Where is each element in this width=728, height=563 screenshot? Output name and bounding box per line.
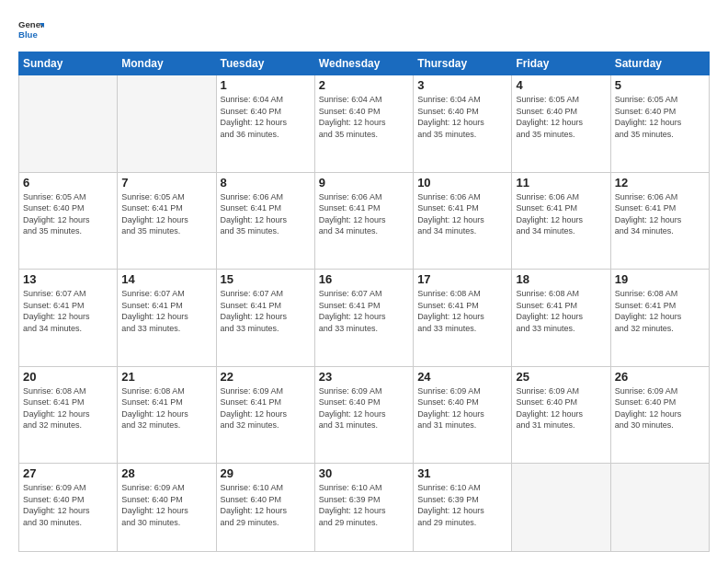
day-number: 20 bbox=[23, 370, 113, 384]
day-number: 12 bbox=[615, 176, 705, 190]
day-number: 2 bbox=[319, 78, 409, 92]
svg-text:Blue: Blue bbox=[18, 29, 38, 40]
calendar-header-row: SundayMondayTuesdayWednesdayThursdayFrid… bbox=[19, 52, 710, 75]
day-info: Sunrise: 6:07 AM Sunset: 6:41 PM Dayligh… bbox=[221, 288, 311, 334]
day-info: Sunrise: 6:06 AM Sunset: 6:41 PM Dayligh… bbox=[221, 191, 311, 237]
day-info: Sunrise: 6:06 AM Sunset: 6:41 PM Dayligh… bbox=[319, 191, 409, 237]
calendar-cell: 9Sunrise: 6:06 AM Sunset: 6:41 PM Daylig… bbox=[314, 172, 413, 270]
calendar-cell: 25Sunrise: 6:09 AM Sunset: 6:40 PM Dayli… bbox=[512, 366, 610, 464]
calendar-cell: 24Sunrise: 6:09 AM Sunset: 6:40 PM Dayli… bbox=[414, 366, 512, 464]
day-number: 11 bbox=[516, 176, 606, 190]
day-info: Sunrise: 6:05 AM Sunset: 6:40 PM Dayligh… bbox=[23, 191, 113, 237]
weekday-header-saturday: Saturday bbox=[610, 52, 709, 75]
day-number: 14 bbox=[121, 272, 211, 286]
page: General Blue SundayMondayTuesdayWednesda… bbox=[0, 0, 728, 563]
day-info: Sunrise: 6:08 AM Sunset: 6:41 PM Dayligh… bbox=[516, 288, 606, 334]
calendar-cell: 31Sunrise: 6:10 AM Sunset: 6:39 PM Dayli… bbox=[414, 464, 512, 552]
day-info: Sunrise: 6:09 AM Sunset: 6:40 PM Dayligh… bbox=[615, 385, 705, 431]
day-number: 3 bbox=[417, 78, 507, 92]
day-number: 30 bbox=[319, 466, 409, 480]
calendar-cell bbox=[610, 464, 709, 552]
day-number: 24 bbox=[417, 370, 507, 384]
day-info: Sunrise: 6:09 AM Sunset: 6:40 PM Dayligh… bbox=[319, 385, 409, 431]
day-info: Sunrise: 6:09 AM Sunset: 6:40 PM Dayligh… bbox=[417, 385, 507, 431]
day-info: Sunrise: 6:05 AM Sunset: 6:41 PM Dayligh… bbox=[121, 191, 211, 237]
day-info: Sunrise: 6:06 AM Sunset: 6:41 PM Dayligh… bbox=[516, 191, 606, 237]
day-number: 17 bbox=[417, 272, 507, 286]
day-info: Sunrise: 6:08 AM Sunset: 6:41 PM Dayligh… bbox=[23, 385, 113, 431]
day-number: 4 bbox=[516, 78, 606, 92]
logo-icon: General Blue bbox=[18, 17, 44, 42]
day-info: Sunrise: 6:10 AM Sunset: 6:39 PM Dayligh… bbox=[417, 482, 507, 528]
day-number: 21 bbox=[121, 370, 211, 384]
header: General Blue bbox=[18, 17, 710, 42]
calendar-cell: 22Sunrise: 6:09 AM Sunset: 6:41 PM Dayli… bbox=[216, 366, 314, 464]
day-info: Sunrise: 6:08 AM Sunset: 6:41 PM Dayligh… bbox=[121, 385, 211, 431]
day-number: 5 bbox=[615, 78, 705, 92]
day-info: Sunrise: 6:05 AM Sunset: 6:40 PM Dayligh… bbox=[615, 94, 705, 140]
calendar-week-2: 6Sunrise: 6:05 AM Sunset: 6:40 PM Daylig… bbox=[19, 172, 710, 270]
calendar-cell: 11Sunrise: 6:06 AM Sunset: 6:41 PM Dayli… bbox=[512, 172, 610, 270]
day-number: 28 bbox=[121, 466, 211, 480]
calendar-cell: 13Sunrise: 6:07 AM Sunset: 6:41 PM Dayli… bbox=[19, 270, 118, 367]
calendar-cell: 17Sunrise: 6:08 AM Sunset: 6:41 PM Dayli… bbox=[414, 270, 512, 367]
calendar-cell: 28Sunrise: 6:09 AM Sunset: 6:40 PM Dayli… bbox=[118, 464, 216, 552]
day-info: Sunrise: 6:07 AM Sunset: 6:41 PM Dayligh… bbox=[121, 288, 211, 334]
calendar-cell bbox=[19, 75, 118, 173]
logo: General Blue bbox=[18, 17, 44, 42]
day-info: Sunrise: 6:09 AM Sunset: 6:40 PM Dayligh… bbox=[23, 482, 113, 528]
day-info: Sunrise: 6:04 AM Sunset: 6:40 PM Dayligh… bbox=[221, 94, 311, 140]
day-info: Sunrise: 6:09 AM Sunset: 6:40 PM Dayligh… bbox=[121, 482, 211, 528]
weekday-header-wednesday: Wednesday bbox=[314, 52, 413, 75]
calendar-cell: 30Sunrise: 6:10 AM Sunset: 6:39 PM Dayli… bbox=[314, 464, 413, 552]
weekday-header-sunday: Sunday bbox=[19, 52, 118, 75]
calendar-week-4: 20Sunrise: 6:08 AM Sunset: 6:41 PM Dayli… bbox=[19, 366, 710, 464]
calendar-cell: 10Sunrise: 6:06 AM Sunset: 6:41 PM Dayli… bbox=[414, 172, 512, 270]
calendar-cell: 18Sunrise: 6:08 AM Sunset: 6:41 PM Dayli… bbox=[512, 270, 610, 367]
calendar-cell: 6Sunrise: 6:05 AM Sunset: 6:40 PM Daylig… bbox=[19, 172, 118, 270]
calendar-cell: 20Sunrise: 6:08 AM Sunset: 6:41 PM Dayli… bbox=[19, 366, 118, 464]
day-info: Sunrise: 6:08 AM Sunset: 6:41 PM Dayligh… bbox=[417, 288, 507, 334]
day-number: 27 bbox=[23, 466, 113, 480]
calendar-cell: 8Sunrise: 6:06 AM Sunset: 6:41 PM Daylig… bbox=[216, 172, 314, 270]
day-number: 18 bbox=[516, 272, 606, 286]
calendar-cell: 21Sunrise: 6:08 AM Sunset: 6:41 PM Dayli… bbox=[118, 366, 216, 464]
calendar-cell: 27Sunrise: 6:09 AM Sunset: 6:40 PM Dayli… bbox=[19, 464, 118, 552]
day-info: Sunrise: 6:05 AM Sunset: 6:40 PM Dayligh… bbox=[516, 94, 606, 140]
calendar-cell: 7Sunrise: 6:05 AM Sunset: 6:41 PM Daylig… bbox=[118, 172, 216, 270]
day-number: 10 bbox=[417, 176, 507, 190]
day-info: Sunrise: 6:08 AM Sunset: 6:41 PM Dayligh… bbox=[615, 288, 705, 334]
calendar-cell: 16Sunrise: 6:07 AM Sunset: 6:41 PM Dayli… bbox=[314, 270, 413, 367]
day-number: 7 bbox=[121, 176, 211, 190]
calendar-cell: 29Sunrise: 6:10 AM Sunset: 6:40 PM Dayli… bbox=[216, 464, 314, 552]
day-number: 29 bbox=[221, 466, 311, 480]
day-info: Sunrise: 6:06 AM Sunset: 6:41 PM Dayligh… bbox=[615, 191, 705, 237]
calendar-cell: 5Sunrise: 6:05 AM Sunset: 6:40 PM Daylig… bbox=[610, 75, 709, 173]
calendar-cell: 3Sunrise: 6:04 AM Sunset: 6:40 PM Daylig… bbox=[414, 75, 512, 173]
weekday-header-tuesday: Tuesday bbox=[216, 52, 314, 75]
day-number: 26 bbox=[615, 370, 705, 384]
day-number: 6 bbox=[23, 176, 113, 190]
calendar-cell: 26Sunrise: 6:09 AM Sunset: 6:40 PM Dayli… bbox=[610, 366, 709, 464]
day-number: 23 bbox=[319, 370, 409, 384]
day-info: Sunrise: 6:04 AM Sunset: 6:40 PM Dayligh… bbox=[319, 94, 409, 140]
calendar-cell bbox=[512, 464, 610, 552]
day-info: Sunrise: 6:09 AM Sunset: 6:40 PM Dayligh… bbox=[516, 385, 606, 431]
calendar-cell: 1Sunrise: 6:04 AM Sunset: 6:40 PM Daylig… bbox=[216, 75, 314, 173]
calendar-table: SundayMondayTuesdayWednesdayThursdayFrid… bbox=[18, 52, 710, 552]
day-number: 16 bbox=[319, 272, 409, 286]
calendar-cell bbox=[118, 75, 216, 173]
calendar-cell: 23Sunrise: 6:09 AM Sunset: 6:40 PM Dayli… bbox=[314, 366, 413, 464]
day-number: 1 bbox=[221, 78, 311, 92]
day-number: 8 bbox=[221, 176, 311, 190]
calendar-cell: 4Sunrise: 6:05 AM Sunset: 6:40 PM Daylig… bbox=[512, 75, 610, 173]
day-number: 9 bbox=[319, 176, 409, 190]
weekday-header-thursday: Thursday bbox=[414, 52, 512, 75]
day-info: Sunrise: 6:09 AM Sunset: 6:41 PM Dayligh… bbox=[221, 385, 311, 431]
day-number: 15 bbox=[221, 272, 311, 286]
day-number: 13 bbox=[23, 272, 113, 286]
svg-text:General: General bbox=[18, 19, 44, 29]
day-number: 19 bbox=[615, 272, 705, 286]
day-number: 25 bbox=[516, 370, 606, 384]
day-info: Sunrise: 6:07 AM Sunset: 6:41 PM Dayligh… bbox=[23, 288, 113, 334]
